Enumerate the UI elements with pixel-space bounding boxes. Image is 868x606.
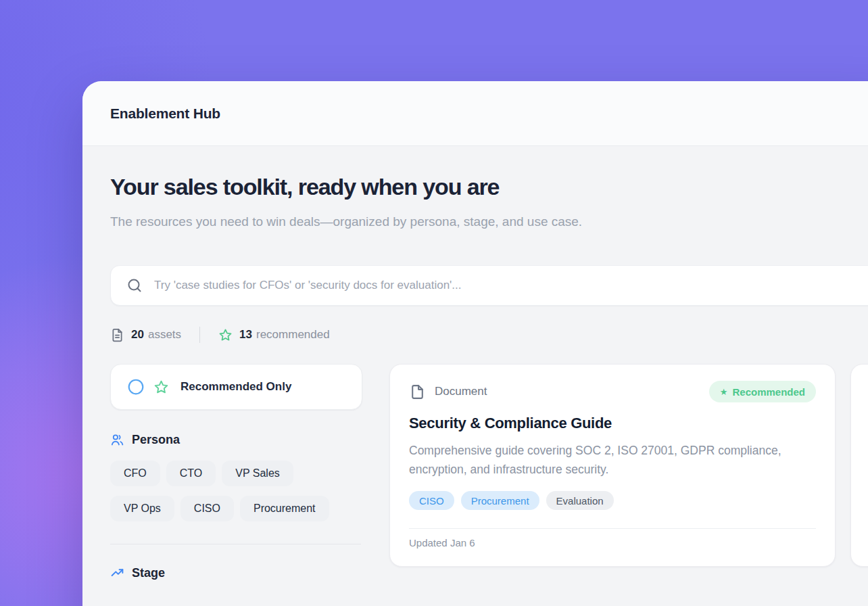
page-subtitle: The resources you need to win deals—orga… <box>110 210 665 233</box>
stats-divider <box>199 327 200 343</box>
persona-section-header: Persona <box>110 433 362 447</box>
sidebar-divider <box>110 544 361 544</box>
persona-chip-procurement[interactable]: Procurement <box>240 496 329 521</box>
asset-updated-date: Updated Jan 6 <box>409 537 816 549</box>
search-input[interactable] <box>154 279 763 292</box>
main-content: Your sales toolkit, ready when you are T… <box>82 174 868 580</box>
recommended-only-label: Recommended Only <box>180 380 291 394</box>
recommended-only-toggle[interactable]: Recommended Only <box>110 364 362 410</box>
asset-type-label: Document <box>435 385 487 398</box>
file-text-icon <box>110 328 124 342</box>
persona-chip-cfo[interactable]: CFO <box>110 461 160 486</box>
card-divider <box>409 528 816 529</box>
star-outline-icon <box>218 328 233 342</box>
persona-chip-ciso[interactable]: CISO <box>180 496 234 521</box>
recommended-count: 13 <box>239 328 252 342</box>
asset-card[interactable]: Document ★ Recommended Security & Compli… <box>389 364 836 567</box>
tag-ciso: CISO <box>409 491 454 510</box>
asset-card-grid: Document ★ Recommended Security & Compli… <box>389 364 868 567</box>
tag-evaluation: Evaluation <box>546 491 614 510</box>
tag-procurement: Procurement <box>461 491 539 510</box>
asset-description: Comprehensive guide covering SOC 2, ISO … <box>409 441 794 479</box>
persona-chip-vp-ops[interactable]: VP Ops <box>110 496 174 521</box>
stage-section-header: Stage <box>110 566 362 580</box>
recommended-badge-label: Recommended <box>732 386 805 398</box>
search-bar[interactable] <box>110 265 868 306</box>
asset-tag-list: CISO Procurement Evaluation <box>409 491 816 510</box>
radio-circle-icon <box>127 378 145 396</box>
asset-card-partial[interactable] <box>850 364 868 567</box>
stage-section-label: Stage <box>132 566 165 580</box>
assets-count: 20 <box>131 328 144 342</box>
trending-up-icon <box>110 566 124 580</box>
persona-chip-vp-sales[interactable]: VP Sales <box>222 461 293 486</box>
star-outline-icon <box>153 379 169 395</box>
users-icon <box>110 433 124 447</box>
page-title: Your sales toolkit, ready when you are <box>110 174 868 200</box>
assets-label: assets <box>148 328 181 342</box>
filter-sidebar: Recommended Only Persona CFO CTO VP Sale… <box>110 364 362 580</box>
recommended-badge: ★ Recommended <box>709 381 816 402</box>
app-header: Enablement Hub <box>82 81 868 146</box>
star-filled-icon: ★ <box>720 388 728 396</box>
app-title: Enablement Hub <box>110 106 220 122</box>
search-icon <box>126 277 143 294</box>
persona-chip-list: CFO CTO VP Sales VP Ops CISO Procurement <box>110 461 362 521</box>
recommended-label: recommended <box>256 328 330 342</box>
persona-chip-cto[interactable]: CTO <box>166 461 216 486</box>
results-summary: 20 assets 13 recommended <box>110 327 868 343</box>
persona-section-label: Persona <box>132 433 180 447</box>
enablement-hub-window: Enablement Hub Your sales toolkit, ready… <box>82 81 868 606</box>
asset-title: Security & Compliance Guide <box>409 415 816 432</box>
document-icon <box>409 383 426 400</box>
